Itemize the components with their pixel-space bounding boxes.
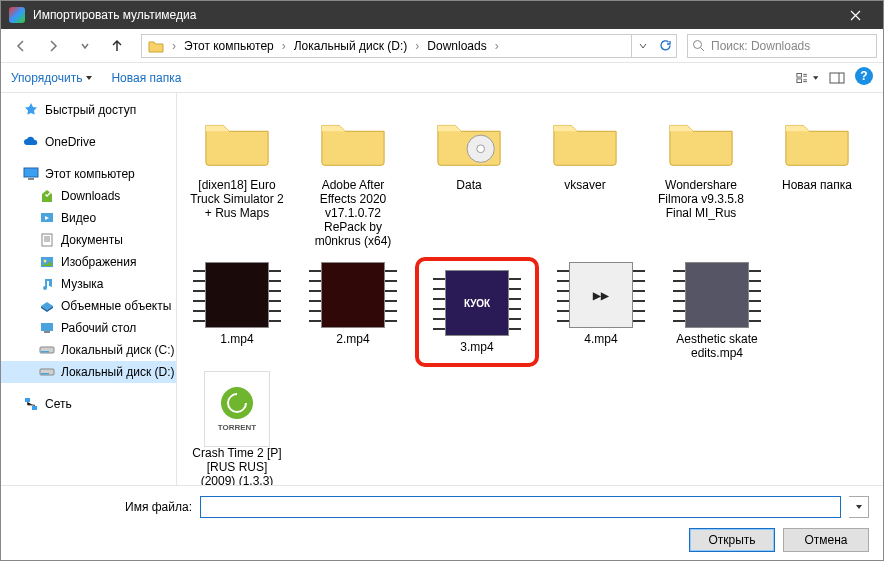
folder-icon (146, 36, 166, 56)
nav-forward-button[interactable] (39, 32, 67, 60)
chevron-right-icon[interactable]: › (280, 39, 288, 53)
file-label: Wondershare Filmora v9.3.5.8 Final MI_Ru… (652, 178, 750, 220)
file-label: Aesthetic skate edits.mp4 (668, 332, 766, 360)
sidebar: Быстрый доступ OneDrive Этот компьютер D… (1, 93, 177, 485)
preview-pane-button[interactable] (825, 67, 849, 89)
folder-icon (309, 108, 397, 174)
svg-rect-6 (28, 178, 34, 180)
search-placeholder: Поиск: Downloads (711, 39, 810, 53)
sidebar-this-pc[interactable]: Этот компьютер (1, 163, 176, 185)
crumb-drive[interactable]: Локальный диск (D:) (288, 35, 414, 57)
file-label: 3.mp4 (460, 340, 493, 354)
view-options-button[interactable] (795, 67, 819, 89)
sidebar-item-icon (39, 232, 55, 248)
sidebar-item[interactable]: Документы (1, 229, 176, 251)
video-thumbnail: КУОК (433, 270, 521, 336)
sidebar-item-icon (39, 298, 55, 314)
open-button[interactable]: Открыть (689, 528, 775, 552)
address-dropdown-button[interactable] (632, 35, 654, 57)
sidebar-item[interactable]: Рабочий стол (1, 317, 176, 339)
chevron-right-icon[interactable]: › (413, 39, 421, 53)
sidebar-item-icon (39, 254, 55, 270)
sidebar-item[interactable]: Изображения (1, 251, 176, 273)
sidebar-quick-access[interactable]: Быстрый доступ (1, 99, 176, 121)
svg-rect-12 (44, 331, 50, 333)
sidebar-network[interactable]: Сеть (1, 393, 176, 415)
filename-label: Имя файла: (125, 500, 192, 514)
folder-item[interactable]: [dixen18] Euro Truck Simulator 2 + Rus M… (183, 103, 291, 253)
address-bar[interactable]: › Этот компьютер › Локальный диск (D:) ›… (141, 34, 677, 58)
svg-rect-14 (41, 351, 49, 353)
sidebar-item-icon (39, 210, 55, 226)
video-file-item[interactable]: КУОК3.mp4 (423, 265, 531, 359)
sidebar-item[interactable]: Downloads (1, 185, 176, 207)
sidebar-item-icon (39, 342, 55, 358)
cancel-button[interactable]: Отмена (783, 528, 869, 552)
monitor-icon (23, 166, 39, 182)
crumb-folder[interactable]: Downloads (421, 35, 492, 57)
refresh-button[interactable] (654, 35, 676, 57)
folder-item[interactable]: Wondershare Filmora v9.3.5.8 Final MI_Ru… (647, 103, 755, 253)
file-label: 1.mp4 (220, 332, 253, 346)
folder-icon (541, 108, 629, 174)
file-label: vksaver (564, 178, 605, 192)
folder-icon (193, 108, 281, 174)
video-file-item[interactable]: 2.mp4 (299, 257, 407, 367)
file-label: Crash Time 2 [P] [RUS RUS] (2009) (1.3.3… (188, 446, 286, 485)
close-button[interactable] (835, 1, 875, 29)
folder-icon (773, 108, 861, 174)
cloud-icon (23, 134, 39, 150)
svg-rect-17 (25, 398, 30, 402)
network-icon (23, 396, 39, 412)
svg-rect-11 (41, 323, 53, 331)
chevron-right-icon[interactable]: › (493, 39, 501, 53)
search-icon (692, 39, 705, 52)
help-button[interactable]: ? (855, 67, 873, 85)
star-icon (23, 102, 39, 118)
sidebar-item[interactable]: Музыка (1, 273, 176, 295)
video-thumbnail (673, 262, 761, 328)
new-folder-button[interactable]: Новая папка (111, 71, 181, 85)
file-label: Data (456, 178, 481, 192)
video-file-item[interactable]: ▶▶4.mp4 (547, 257, 655, 367)
file-list[interactable]: [dixen18] Euro Truck Simulator 2 + Rus M… (177, 93, 883, 485)
svg-rect-8 (42, 234, 52, 246)
svg-rect-5 (24, 168, 38, 177)
organize-button[interactable]: Упорядочить (11, 71, 93, 85)
sidebar-item[interactable]: Видео (1, 207, 176, 229)
torrent-icon: TORRENT (193, 376, 281, 442)
toolbar: Упорядочить Новая папка ? (1, 63, 883, 93)
crumb-this-pc[interactable]: Этот компьютер (178, 35, 280, 57)
sidebar-item[interactable]: Объемные объекты (1, 295, 176, 317)
sidebar-item[interactable]: Локальный диск (С:) (1, 339, 176, 361)
window-title: Импортировать мультимедиа (33, 8, 835, 22)
sidebar-onedrive[interactable]: OneDrive (1, 131, 176, 153)
folder-item[interactable]: Data (415, 103, 523, 253)
torrent-file-item[interactable]: TORRENTCrash Time 2 [P] [RUS RUS] (2009)… (183, 371, 291, 485)
file-label: 2.mp4 (336, 332, 369, 346)
sidebar-item[interactable]: Локальный диск (D:) (1, 361, 176, 383)
svg-point-10 (44, 260, 47, 263)
folder-icon (657, 108, 745, 174)
titlebar: Импортировать мультимедиа (1, 1, 883, 29)
nav-recent-button[interactable] (71, 32, 99, 60)
sidebar-item-icon (39, 320, 55, 336)
svg-rect-16 (41, 373, 49, 375)
nav-up-button[interactable] (103, 32, 131, 60)
chevron-right-icon[interactable]: › (170, 39, 178, 53)
folder-item[interactable]: Adobe After Effects 2020 v17.1.0.72 RePa… (299, 103, 407, 253)
video-file-item[interactable]: Aesthetic skate edits.mp4 (663, 257, 771, 367)
nav-back-button[interactable] (7, 32, 35, 60)
svg-rect-1 (797, 73, 802, 77)
folder-item[interactable]: vksaver (531, 103, 639, 253)
search-input[interactable]: Поиск: Downloads (687, 34, 877, 58)
file-label: 4.mp4 (584, 332, 617, 346)
folder-item[interactable]: Новая папка (763, 103, 871, 253)
folder-icon (425, 108, 513, 174)
filename-dropdown-button[interactable] (849, 496, 869, 518)
video-thumbnail (193, 262, 281, 328)
video-file-item[interactable]: 1.mp4 (183, 257, 291, 367)
filename-input[interactable] (200, 496, 841, 518)
navbar: › Этот компьютер › Локальный диск (D:) ›… (1, 29, 883, 63)
svg-point-0 (694, 41, 702, 49)
